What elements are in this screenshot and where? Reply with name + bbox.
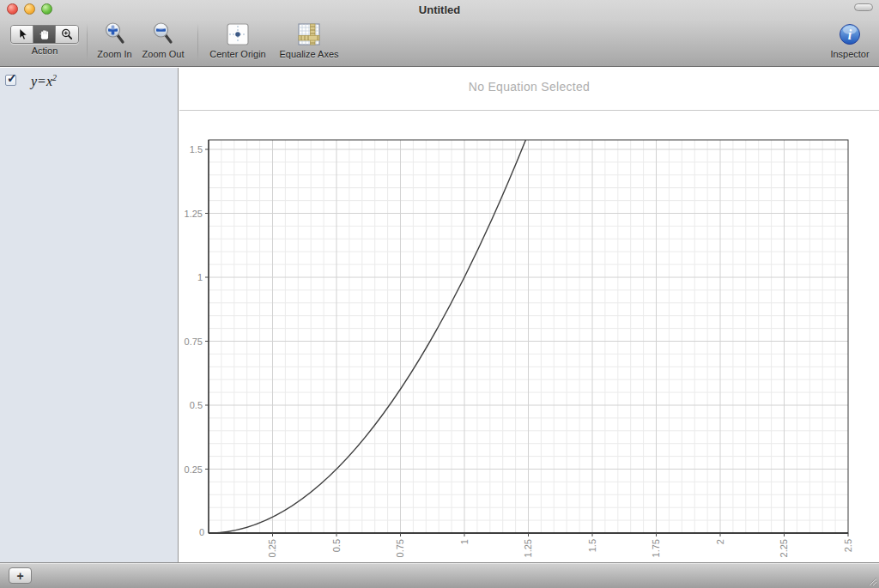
svg-text:1: 1 [459,539,470,544]
svg-text:0.75: 0.75 [395,539,405,557]
center-origin-icon [226,22,250,46]
toolbar-separator [87,23,88,61]
svg-text:1: 1 [197,272,203,282]
svg-text:2.5: 2.5 [843,539,853,552]
bottom-bar: + [0,562,879,588]
equalize-axes-label: Equalize Axes [279,49,338,59]
title-and-toolbar: Untitled [0,0,879,67]
equation-row[interactable]: ✓ y=x2 [0,71,178,94]
magnifier-icon [60,27,74,41]
center-origin-label: Center Origin [209,49,265,59]
zoom-out-label: Zoom Out [142,49,185,59]
equalize-axes-button[interactable]: Equalize Axes [275,21,343,59]
equation-text[interactable]: y=x2 [31,73,57,89]
checkmark-icon: ✓ [7,71,17,85]
action-group: Action [10,25,79,56]
hand-tool-button[interactable] [33,26,56,43]
equalize-axes-icon [297,22,321,46]
svg-text:0.5: 0.5 [331,539,342,552]
toolbar-toggle-pill[interactable] [854,3,873,11]
svg-text:0.25: 0.25 [185,464,203,475]
zoom-tool-button[interactable] [56,26,78,43]
svg-text:1.5: 1.5 [190,144,203,155]
svg-text:2: 2 [715,539,725,544]
svg-text:2.25: 2.25 [779,539,789,557]
inspector-button[interactable]: i Inspector [824,21,876,59]
svg-text:i: i [848,27,852,42]
svg-text:0.75: 0.75 [185,336,203,347]
inspector-label: Inspector [830,49,869,59]
graph-pane: No Equation Selected 0.250.50.7511.251.5… [179,68,879,562]
cursor-tool-button[interactable] [11,26,33,43]
inspector-icon: i [838,22,862,46]
equation-checkbox[interactable]: ✓ [5,75,16,86]
window-title: Untitled [0,3,879,16]
equation-list-sidebar: ✓ y=x2 [0,68,179,562]
zoom-out-icon [151,21,175,47]
svg-text:0.25: 0.25 [267,539,277,557]
svg-text:1.25: 1.25 [523,539,533,557]
svg-text:1.5: 1.5 [587,539,597,552]
zoom-in-button[interactable]: Zoom In [91,21,138,59]
svg-text:0.5: 0.5 [190,400,203,410]
graph-canvas[interactable]: 0.250.50.7511.251.51.7522.252.50.250.50.… [179,68,879,563]
svg-text:1.25: 1.25 [185,209,203,219]
zoom-out-button[interactable]: Zoom Out [138,21,188,59]
zoom-in-icon [103,21,127,47]
center-origin-button[interactable]: Center Origin [203,21,272,59]
toolbar-separator [197,23,198,61]
hand-icon [38,27,52,41]
resize-grip[interactable] [865,574,877,586]
cursor-arrow-icon [15,27,29,41]
zoom-in-label: Zoom In [97,49,131,59]
svg-text:1.75: 1.75 [651,539,661,557]
add-equation-button[interactable]: + [9,567,32,584]
equation-exponent: 2 [52,73,57,82]
action-segmented-control [10,25,79,44]
svg-text:0: 0 [199,527,204,537]
action-label: Action [32,45,58,56]
app-window: Untitled [0,0,879,588]
